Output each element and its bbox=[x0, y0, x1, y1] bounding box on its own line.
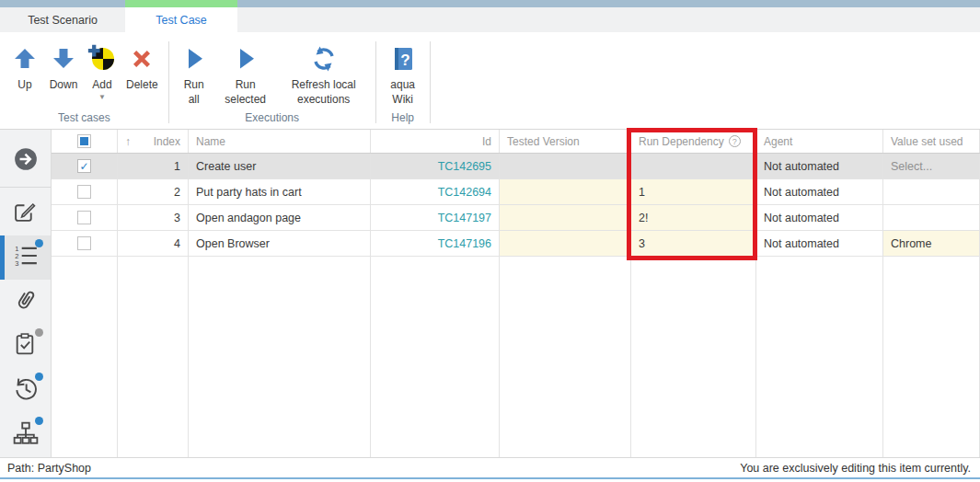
column-header-run-dependency[interactable]: Run Dependency ? bbox=[631, 130, 756, 153]
row-checkbox[interactable] bbox=[77, 211, 91, 224]
cell-value-set-used[interactable] bbox=[883, 179, 980, 204]
button-label: Add bbox=[92, 78, 111, 93]
cell-name[interactable]: Open Browser bbox=[189, 231, 371, 256]
notification-badge bbox=[35, 373, 43, 381]
delete-button[interactable]: Delete bbox=[121, 44, 163, 93]
sidebar-divider bbox=[0, 187, 51, 188]
cell-id[interactable]: TC147196 bbox=[371, 231, 500, 256]
sidebar-item-dependencies[interactable] bbox=[0, 413, 51, 457]
edit-pencil-icon bbox=[13, 200, 38, 228]
column-header-name[interactable]: Name bbox=[189, 130, 371, 153]
accent-strip bbox=[0, 0, 980, 7]
row-checkbox-cell[interactable] bbox=[52, 231, 118, 256]
sidebar-item-test-steps[interactable]: 1 2 3 bbox=[0, 235, 51, 280]
app-window: Test Scenario Test Case Up Down bbox=[0, 0, 980, 482]
play-icon bbox=[179, 44, 209, 74]
cell-index[interactable]: 4 bbox=[118, 231, 189, 256]
down-button[interactable]: Down bbox=[44, 44, 83, 93]
delete-x-icon bbox=[127, 44, 156, 74]
table-row[interactable]: 1 Create user TC142695 Not automated Sel… bbox=[52, 154, 980, 179]
aqua-wiki-button[interactable]: ? aqua Wiki bbox=[382, 44, 424, 107]
button-label: Delete bbox=[126, 78, 158, 93]
cell-tested-version[interactable] bbox=[500, 231, 631, 256]
clipboard-check-icon bbox=[13, 332, 38, 361]
cell-id[interactable]: TC142695 bbox=[371, 154, 500, 178]
refresh-local-executions-button[interactable]: Refresh local executions bbox=[278, 44, 370, 107]
notification-badge bbox=[35, 417, 43, 425]
cell-tested-version[interactable] bbox=[500, 154, 631, 178]
column-header-agent[interactable]: Agent bbox=[756, 130, 883, 153]
help-icon[interactable]: ? bbox=[729, 135, 741, 147]
sidebar-item-navigate[interactable] bbox=[0, 139, 51, 183]
button-label: Down bbox=[50, 78, 78, 93]
run-selected-button[interactable]: Run selected bbox=[213, 44, 278, 107]
history-clock-icon bbox=[13, 376, 39, 406]
button-label: Refresh local executions bbox=[282, 78, 365, 107]
cell-agent[interactable]: Not automated bbox=[756, 205, 883, 230]
cell-run-dependency[interactable]: 1 bbox=[631, 179, 756, 204]
row-checkbox-cell[interactable] bbox=[52, 179, 118, 204]
cell-agent[interactable]: Not automated bbox=[756, 154, 883, 178]
column-header-value-set-used[interactable]: Value set used bbox=[883, 130, 980, 153]
editing-status-message: You are exclusively editing this item cu… bbox=[740, 462, 971, 475]
cell-tested-version[interactable] bbox=[500, 179, 631, 204]
up-button[interactable]: Up bbox=[6, 44, 44, 93]
tab-test-case[interactable]: Test Case bbox=[125, 7, 237, 32]
sidebar-item-history[interactable] bbox=[0, 369, 51, 413]
svg-text:?: ? bbox=[400, 52, 409, 69]
play-icon bbox=[231, 44, 260, 74]
select-all-checkbox[interactable] bbox=[52, 130, 118, 153]
cell-run-dependency[interactable] bbox=[631, 154, 756, 178]
table-row[interactable]: 2 Put party hats in cart TC142694 1 Not … bbox=[52, 179, 980, 205]
ribbon-group-test-cases: Up Down bbox=[2, 32, 167, 129]
sidebar-item-edit[interactable] bbox=[0, 191, 51, 235]
table-row[interactable]: 4 Open Browser TC147196 3 Not automated … bbox=[52, 231, 980, 257]
cell-index[interactable]: 3 bbox=[118, 205, 189, 230]
ribbon-group-executions: Run all Run selected bbox=[171, 32, 374, 129]
content-area: 1 2 3 bbox=[0, 130, 980, 457]
row-checkbox[interactable] bbox=[77, 185, 91, 199]
cell-index[interactable]: 1 bbox=[118, 154, 189, 178]
cell-name[interactable]: Create user bbox=[189, 154, 371, 178]
cell-name[interactable]: Put party hats in cart bbox=[189, 179, 371, 204]
button-label: Up bbox=[17, 78, 31, 93]
ribbon-group-label: Executions bbox=[171, 111, 374, 124]
sort-ascending-icon: ↑ bbox=[125, 135, 131, 148]
indeterminate-checkbox-icon bbox=[77, 134, 91, 148]
sidebar-item-attachments[interactable] bbox=[0, 280, 51, 324]
add-button[interactable]: Add ▼ bbox=[83, 44, 121, 101]
row-checkbox-cell[interactable] bbox=[52, 154, 118, 178]
notification-badge bbox=[35, 328, 43, 337]
column-header-id[interactable]: Id bbox=[371, 130, 500, 153]
cell-value-set-used[interactable] bbox=[883, 205, 980, 230]
column-header-tested-version[interactable]: Tested Version bbox=[500, 130, 631, 153]
cell-id[interactable]: TC147197 bbox=[371, 205, 500, 230]
cell-id[interactable]: TC142694 bbox=[371, 179, 500, 204]
cell-run-dependency[interactable]: 3 bbox=[631, 231, 756, 256]
row-checkbox[interactable] bbox=[77, 159, 91, 173]
path-label: Path: PartyShop bbox=[7, 462, 91, 475]
ribbon-separator bbox=[430, 41, 431, 123]
cell-value-set-used[interactable]: Select... bbox=[883, 154, 980, 178]
cell-agent[interactable]: Not automated bbox=[756, 179, 883, 204]
row-checkbox-cell[interactable] bbox=[52, 205, 118, 230]
cell-value-set-used[interactable]: Chrome bbox=[883, 231, 980, 256]
ribbon: Up Down bbox=[0, 32, 980, 130]
run-all-button[interactable]: Run all bbox=[175, 44, 213, 107]
accent-strip-active bbox=[125, 0, 237, 7]
cell-name[interactable]: Open andagon page bbox=[189, 205, 371, 230]
table-row[interactable]: 3 Open andagon page TC147197 2! Not auto… bbox=[52, 205, 980, 231]
column-label: Name bbox=[196, 135, 225, 148]
cell-run-dependency[interactable]: 2! bbox=[631, 205, 756, 230]
ribbon-group-label: Help bbox=[378, 111, 428, 124]
column-label: Id bbox=[482, 135, 491, 148]
column-header-index[interactable]: ↑ Index bbox=[118, 130, 189, 153]
row-checkbox[interactable] bbox=[77, 236, 91, 250]
tab-test-scenario[interactable]: Test Scenario bbox=[0, 7, 125, 32]
cell-tested-version[interactable] bbox=[500, 205, 631, 230]
svg-text:3: 3 bbox=[15, 259, 18, 268]
cell-index[interactable]: 2 bbox=[118, 179, 189, 204]
sidebar-item-tasks[interactable] bbox=[0, 325, 51, 369]
cell-agent[interactable]: Not automated bbox=[756, 231, 883, 256]
numbered-list-icon: 1 2 3 bbox=[13, 243, 39, 272]
